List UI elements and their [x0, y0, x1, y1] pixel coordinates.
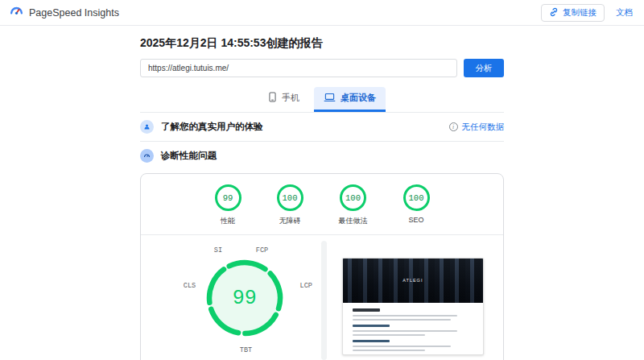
performance-gauge: SI FCP LCP TBT CLS 99 [177, 246, 312, 350]
thumbnail-body [343, 303, 483, 355]
field-data-section-header[interactable]: 了解您的真实用户的体验 i 无任何数据 [140, 113, 504, 141]
thumbnail-text-line [353, 330, 457, 332]
score-performance[interactable]: 99 性能 [215, 184, 242, 226]
url-input[interactable] [140, 59, 457, 77]
thumbnail-text-line [353, 334, 425, 336]
performance-score-value: 99 [204, 258, 285, 338]
tab-mobile-label: 手机 [282, 92, 299, 104]
diagnose-title: 诊断性能问题 [161, 150, 217, 162]
page-screenshot-thumbnail[interactable]: ATLEGI [342, 258, 484, 355]
field-data-title: 了解您的真实用户的体验 [161, 121, 263, 133]
top-bar: PageSpeed Insights 复制链接 文档 [0, 0, 644, 26]
link-icon [549, 7, 559, 19]
laptop-icon [324, 93, 336, 104]
brand[interactable]: PageSpeed Insights [10, 4, 119, 21]
metric-fcp-label: FCP [256, 246, 268, 254]
score-ring: 100 [340, 184, 366, 211]
thumbnail-text-line [353, 346, 451, 347]
metric-tbt-label: TBT [240, 346, 252, 354]
score-ring: 99 [215, 184, 242, 211]
info-icon: i [449, 122, 458, 131]
docs-link[interactable]: 文档 [616, 7, 633, 19]
score-ring: 100 [403, 184, 430, 211]
app-title: PageSpeed Insights [29, 7, 119, 19]
score-accessibility[interactable]: 100 无障碍 [277, 184, 303, 226]
tab-mobile[interactable]: 手机 [258, 87, 309, 112]
metric-cls-label: CLS [184, 282, 196, 290]
thumbnail-site-label: ATLEGI [343, 278, 483, 283]
score-seo[interactable]: 100 SEO [403, 184, 430, 226]
thumbnail-text-line [353, 325, 390, 327]
thumbnail-text-line [353, 350, 425, 351]
tab-desktop[interactable]: 桌面设备 [314, 87, 386, 112]
thumbnail-text-line [353, 315, 457, 317]
diagnose-icon [140, 149, 154, 163]
analyze-button[interactable]: 分析 [464, 59, 504, 77]
no-data-link[interactable]: 无任何数据 [462, 122, 505, 133]
thumbnail-text-line [353, 308, 380, 312]
real-user-icon [140, 120, 154, 134]
score-best-practices[interactable]: 100 最佳做法 [339, 184, 368, 226]
device-tabs: 手机 桌面设备 [140, 87, 504, 112]
pagespeed-logo-icon [10, 4, 23, 21]
metric-si-label: SI [214, 246, 222, 254]
tab-desktop-label: 桌面设备 [341, 92, 376, 104]
thumbnail-text-line [353, 319, 451, 321]
category-scores: 99 性能 100 无障碍 100 最佳做法 100 SEO [141, 174, 503, 234]
score-ring: 100 [277, 184, 303, 211]
copy-link-label: 复制链接 [563, 7, 597, 19]
diagnose-section-header[interactable]: 诊断性能问题 [140, 142, 504, 170]
thumbnail-text-line [353, 340, 390, 342]
report-title: 2025年12月2日 14:55:53创建的报告 [140, 36, 504, 51]
thumbnail-hero-image: ATLEGI [343, 259, 483, 303]
phone-icon [268, 92, 277, 104]
metric-lcp-label: LCP [300, 282, 312, 290]
copy-link-button[interactable]: 复制链接 [541, 4, 605, 22]
scrollbar-thumb[interactable] [321, 241, 327, 360]
